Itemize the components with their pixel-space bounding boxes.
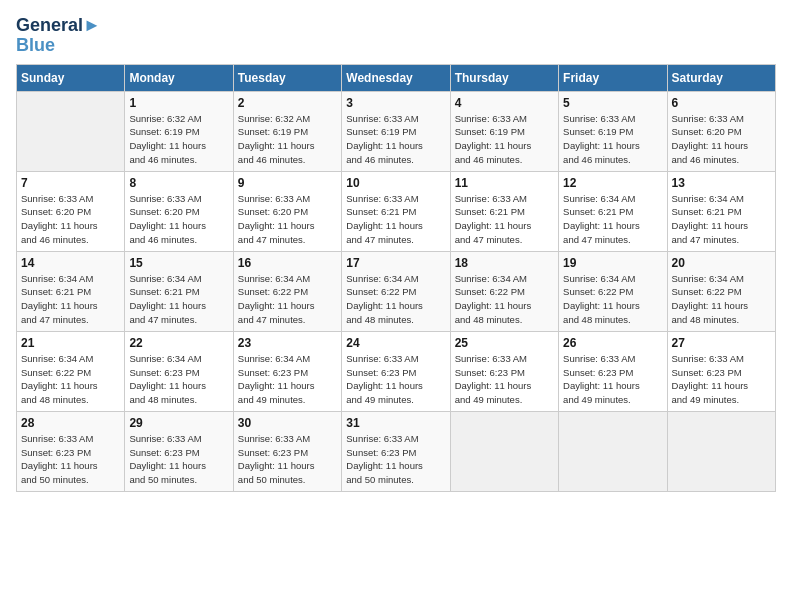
header-thursday: Thursday	[450, 64, 558, 91]
calendar-week-row: 21Sunrise: 6:34 AMSunset: 6:22 PMDayligh…	[17, 331, 776, 411]
calendar-cell: 20Sunrise: 6:34 AMSunset: 6:22 PMDayligh…	[667, 251, 775, 331]
day-number: 15	[129, 256, 228, 270]
day-info: Sunrise: 6:32 AMSunset: 6:19 PMDaylight:…	[238, 112, 337, 167]
calendar-cell: 19Sunrise: 6:34 AMSunset: 6:22 PMDayligh…	[559, 251, 667, 331]
day-number: 9	[238, 176, 337, 190]
calendar-cell: 29Sunrise: 6:33 AMSunset: 6:23 PMDayligh…	[125, 411, 233, 491]
day-info: Sunrise: 6:33 AMSunset: 6:20 PMDaylight:…	[238, 192, 337, 247]
day-number: 6	[672, 96, 771, 110]
calendar-cell: 3Sunrise: 6:33 AMSunset: 6:19 PMDaylight…	[342, 91, 450, 171]
header-tuesday: Tuesday	[233, 64, 341, 91]
day-info: Sunrise: 6:34 AMSunset: 6:22 PMDaylight:…	[563, 272, 662, 327]
day-info: Sunrise: 6:32 AMSunset: 6:19 PMDaylight:…	[129, 112, 228, 167]
calendar-cell: 11Sunrise: 6:33 AMSunset: 6:21 PMDayligh…	[450, 171, 558, 251]
day-number: 12	[563, 176, 662, 190]
day-number: 20	[672, 256, 771, 270]
calendar-cell	[559, 411, 667, 491]
calendar-cell: 25Sunrise: 6:33 AMSunset: 6:23 PMDayligh…	[450, 331, 558, 411]
calendar-header-row: SundayMondayTuesdayWednesdayThursdayFrid…	[17, 64, 776, 91]
calendar-cell: 26Sunrise: 6:33 AMSunset: 6:23 PMDayligh…	[559, 331, 667, 411]
header-wednesday: Wednesday	[342, 64, 450, 91]
day-number: 29	[129, 416, 228, 430]
calendar-cell: 5Sunrise: 6:33 AMSunset: 6:19 PMDaylight…	[559, 91, 667, 171]
logo-subtext: Blue	[16, 36, 101, 56]
day-number: 22	[129, 336, 228, 350]
day-info: Sunrise: 6:34 AMSunset: 6:22 PMDaylight:…	[346, 272, 445, 327]
day-info: Sunrise: 6:33 AMSunset: 6:23 PMDaylight:…	[129, 432, 228, 487]
day-number: 23	[238, 336, 337, 350]
calendar-week-row: 14Sunrise: 6:34 AMSunset: 6:21 PMDayligh…	[17, 251, 776, 331]
header-monday: Monday	[125, 64, 233, 91]
day-info: Sunrise: 6:34 AMSunset: 6:21 PMDaylight:…	[129, 272, 228, 327]
calendar-cell: 12Sunrise: 6:34 AMSunset: 6:21 PMDayligh…	[559, 171, 667, 251]
calendar-cell: 30Sunrise: 6:33 AMSunset: 6:23 PMDayligh…	[233, 411, 341, 491]
day-number: 21	[21, 336, 120, 350]
day-number: 2	[238, 96, 337, 110]
day-number: 7	[21, 176, 120, 190]
calendar-cell: 21Sunrise: 6:34 AMSunset: 6:22 PMDayligh…	[17, 331, 125, 411]
day-info: Sunrise: 6:34 AMSunset: 6:22 PMDaylight:…	[455, 272, 554, 327]
calendar-cell: 4Sunrise: 6:33 AMSunset: 6:19 PMDaylight…	[450, 91, 558, 171]
logo: General► Blue	[16, 16, 101, 56]
day-info: Sunrise: 6:33 AMSunset: 6:20 PMDaylight:…	[672, 112, 771, 167]
calendar-cell: 31Sunrise: 6:33 AMSunset: 6:23 PMDayligh…	[342, 411, 450, 491]
calendar-cell: 9Sunrise: 6:33 AMSunset: 6:20 PMDaylight…	[233, 171, 341, 251]
calendar-cell: 17Sunrise: 6:34 AMSunset: 6:22 PMDayligh…	[342, 251, 450, 331]
day-info: Sunrise: 6:33 AMSunset: 6:23 PMDaylight:…	[21, 432, 120, 487]
day-number: 5	[563, 96, 662, 110]
calendar-cell	[667, 411, 775, 491]
day-info: Sunrise: 6:33 AMSunset: 6:23 PMDaylight:…	[346, 352, 445, 407]
calendar-cell: 18Sunrise: 6:34 AMSunset: 6:22 PMDayligh…	[450, 251, 558, 331]
day-info: Sunrise: 6:33 AMSunset: 6:23 PMDaylight:…	[346, 432, 445, 487]
calendar-cell: 16Sunrise: 6:34 AMSunset: 6:22 PMDayligh…	[233, 251, 341, 331]
calendar-cell: 24Sunrise: 6:33 AMSunset: 6:23 PMDayligh…	[342, 331, 450, 411]
day-info: Sunrise: 6:34 AMSunset: 6:22 PMDaylight:…	[21, 352, 120, 407]
day-number: 11	[455, 176, 554, 190]
day-info: Sunrise: 6:33 AMSunset: 6:23 PMDaylight:…	[238, 432, 337, 487]
calendar-cell	[450, 411, 558, 491]
header-saturday: Saturday	[667, 64, 775, 91]
day-number: 17	[346, 256, 445, 270]
header-sunday: Sunday	[17, 64, 125, 91]
day-info: Sunrise: 6:33 AMSunset: 6:23 PMDaylight:…	[455, 352, 554, 407]
day-number: 3	[346, 96, 445, 110]
day-info: Sunrise: 6:34 AMSunset: 6:21 PMDaylight:…	[672, 192, 771, 247]
day-number: 19	[563, 256, 662, 270]
day-number: 31	[346, 416, 445, 430]
calendar-week-row: 7Sunrise: 6:33 AMSunset: 6:20 PMDaylight…	[17, 171, 776, 251]
day-info: Sunrise: 6:33 AMSunset: 6:20 PMDaylight:…	[129, 192, 228, 247]
day-number: 30	[238, 416, 337, 430]
calendar-cell: 14Sunrise: 6:34 AMSunset: 6:21 PMDayligh…	[17, 251, 125, 331]
day-info: Sunrise: 6:33 AMSunset: 6:19 PMDaylight:…	[563, 112, 662, 167]
calendar-table: SundayMondayTuesdayWednesdayThursdayFrid…	[16, 64, 776, 492]
day-info: Sunrise: 6:34 AMSunset: 6:22 PMDaylight:…	[238, 272, 337, 327]
calendar-cell: 13Sunrise: 6:34 AMSunset: 6:21 PMDayligh…	[667, 171, 775, 251]
calendar-cell: 8Sunrise: 6:33 AMSunset: 6:20 PMDaylight…	[125, 171, 233, 251]
day-number: 4	[455, 96, 554, 110]
calendar-cell: 10Sunrise: 6:33 AMSunset: 6:21 PMDayligh…	[342, 171, 450, 251]
header-friday: Friday	[559, 64, 667, 91]
day-info: Sunrise: 6:33 AMSunset: 6:23 PMDaylight:…	[563, 352, 662, 407]
page-header: General► Blue	[16, 16, 776, 56]
day-number: 26	[563, 336, 662, 350]
day-info: Sunrise: 6:34 AMSunset: 6:21 PMDaylight:…	[563, 192, 662, 247]
day-number: 13	[672, 176, 771, 190]
calendar-cell: 27Sunrise: 6:33 AMSunset: 6:23 PMDayligh…	[667, 331, 775, 411]
day-info: Sunrise: 6:33 AMSunset: 6:20 PMDaylight:…	[21, 192, 120, 247]
calendar-cell: 2Sunrise: 6:32 AMSunset: 6:19 PMDaylight…	[233, 91, 341, 171]
calendar-cell: 6Sunrise: 6:33 AMSunset: 6:20 PMDaylight…	[667, 91, 775, 171]
day-number: 1	[129, 96, 228, 110]
calendar-cell: 15Sunrise: 6:34 AMSunset: 6:21 PMDayligh…	[125, 251, 233, 331]
logo-text: General►	[16, 16, 101, 36]
calendar-cell: 22Sunrise: 6:34 AMSunset: 6:23 PMDayligh…	[125, 331, 233, 411]
day-number: 8	[129, 176, 228, 190]
day-number: 16	[238, 256, 337, 270]
day-info: Sunrise: 6:33 AMSunset: 6:19 PMDaylight:…	[346, 112, 445, 167]
calendar-cell: 7Sunrise: 6:33 AMSunset: 6:20 PMDaylight…	[17, 171, 125, 251]
day-number: 18	[455, 256, 554, 270]
day-number: 10	[346, 176, 445, 190]
day-info: Sunrise: 6:34 AMSunset: 6:23 PMDaylight:…	[238, 352, 337, 407]
day-number: 25	[455, 336, 554, 350]
day-info: Sunrise: 6:33 AMSunset: 6:23 PMDaylight:…	[672, 352, 771, 407]
calendar-cell	[17, 91, 125, 171]
